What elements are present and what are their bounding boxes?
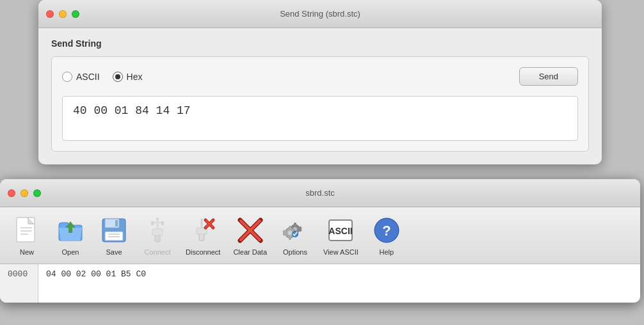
svg-rect-32: [294, 223, 296, 226]
input-section: ASCII Hex Send 40 00 01 84 14 17: [51, 56, 589, 152]
hex-radio-label[interactable]: Hex: [113, 72, 143, 82]
send-string-title: Send String (sbrd.stc): [280, 9, 360, 19]
minimize-button[interactable]: [59, 10, 67, 18]
toolbar-new[interactable]: New: [6, 212, 47, 258]
svg-rect-43: [289, 236, 291, 240]
toolbar-disconnect[interactable]: Disconnect: [181, 212, 225, 258]
toolbar: New Open: [0, 207, 640, 264]
main-window: sbrd.stc New: [0, 179, 640, 303]
hex-radio-dot: [115, 74, 120, 79]
help-label: Help: [380, 248, 394, 256]
svg-rect-42: [289, 226, 291, 230]
ascii-label: ASCII: [76, 72, 100, 82]
svg-rect-0: [17, 218, 35, 242]
options-icon: [280, 215, 310, 246]
main-minimize-button[interactable]: [20, 189, 28, 197]
svg-point-18: [156, 218, 159, 220]
svg-rect-5: [68, 228, 72, 233]
radio-group: ASCII Hex: [62, 72, 506, 82]
save-label: Save: [106, 248, 122, 256]
svg-rect-16: [151, 221, 154, 225]
main-window-controls: [8, 189, 41, 197]
toolbar-clear-data[interactable]: Clear Data: [228, 212, 272, 258]
send-button[interactable]: Send: [519, 67, 578, 86]
line-address: 0000: [0, 264, 38, 303]
svg-point-41: [288, 231, 293, 235]
options-label: Options: [283, 248, 307, 256]
data-row-content: 04 00 02 00 01 B5 C0: [38, 264, 154, 303]
clear-data-label: Clear Data: [233, 248, 267, 256]
send-string-titlebar: Send String (sbrd.stc): [38, 0, 602, 28]
hex-label: Hex: [127, 72, 143, 82]
toolbar-connect: Connect: [137, 212, 178, 258]
svg-rect-13: [152, 229, 163, 235]
connect-icon: [142, 215, 173, 246]
send-string-window: Send String (sbrd.stc) Send String ASCII…: [38, 0, 602, 164]
radio-row: ASCII Hex Send: [62, 67, 578, 86]
maximize-button[interactable]: [72, 10, 79, 18]
clear-data-icon: [235, 215, 266, 246]
toolbar-view-ascii[interactable]: ASCII View ASCII: [318, 212, 364, 258]
help-icon: ?: [371, 215, 402, 246]
svg-text:?: ?: [382, 223, 390, 239]
svg-text:ASCII: ASCII: [329, 226, 353, 236]
save-icon: [99, 215, 129, 246]
section-label: Send String: [51, 38, 589, 49]
svg-rect-17: [161, 221, 164, 225]
new-label: New: [20, 248, 34, 256]
ascii-radio[interactable]: [62, 72, 72, 82]
disconnect-icon: [188, 215, 218, 246]
close-button[interactable]: [46, 10, 54, 18]
hex-radio[interactable]: [113, 72, 123, 82]
new-doc-icon: [12, 215, 42, 246]
open-icon: [55, 215, 86, 246]
toolbar-save[interactable]: Save: [93, 212, 134, 258]
main-close-button[interactable]: [8, 189, 15, 197]
main-title: sbrd.stc: [305, 188, 335, 198]
view-ascii-icon: ASCII: [325, 215, 356, 246]
toolbar-help[interactable]: ? Help: [366, 212, 407, 258]
toolbar-open[interactable]: Open: [50, 212, 91, 258]
svg-rect-9: [105, 232, 123, 241]
hex-display[interactable]: 40 00 01 84 14 17: [62, 96, 578, 141]
toolbar-options[interactable]: Options: [275, 212, 316, 258]
data-area: 0000 04 00 02 00 01 B5 C0: [0, 264, 640, 303]
main-maximize-button[interactable]: [33, 189, 41, 197]
ascii-radio-label[interactable]: ASCII: [62, 72, 100, 82]
disconnect-label: Disconnect: [186, 248, 220, 256]
view-ascii-label: View ASCII: [323, 248, 358, 256]
window-controls: [46, 10, 79, 18]
open-label: Open: [62, 248, 79, 256]
svg-rect-8: [115, 220, 118, 226]
connect-label: Connect: [145, 248, 171, 256]
main-titlebar: sbrd.stc: [0, 179, 640, 207]
send-string-content: Send String ASCII Hex Send: [38, 28, 602, 164]
